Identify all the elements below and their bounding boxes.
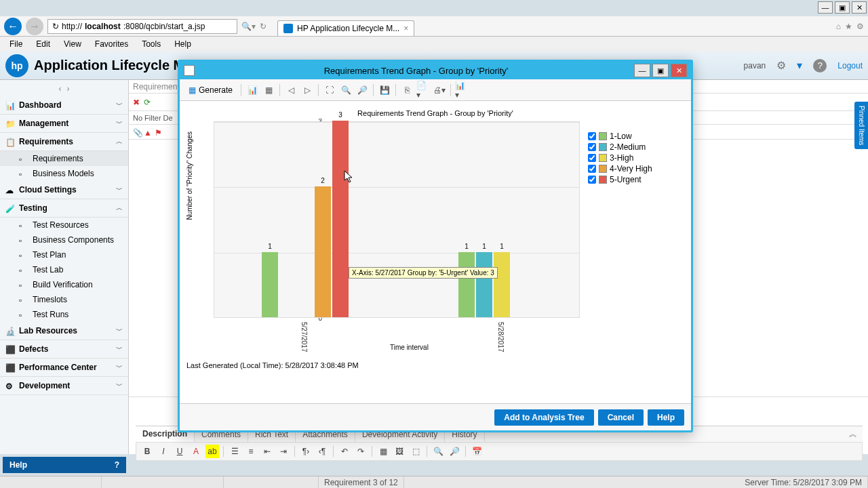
insert-button[interactable]: ⬚ (409, 445, 422, 458)
number-list-button[interactable]: ≡ (244, 445, 258, 458)
help-icon[interactable]: ? (813, 59, 827, 73)
nav-item-business-components[interactable]: ▫Business Components (0, 232, 128, 247)
chart-type-button[interactable]: 📊▾ (454, 83, 469, 98)
menu-view[interactable]: View (58, 38, 87, 50)
bold-button[interactable]: B (140, 445, 154, 458)
nav-item-business-models[interactable]: ▫Business Models (0, 166, 128, 181)
browser-back-button[interactable]: ← (4, 18, 22, 35)
bar-medium-1[interactable]: 1 (476, 252, 492, 317)
highlight-button[interactable]: ab (205, 445, 219, 458)
italic-button[interactable]: I (157, 445, 170, 458)
nav-back-button[interactable]: ◁ (283, 83, 298, 98)
refresh-icon[interactable]: ⟳ (144, 98, 151, 107)
save-button[interactable]: 💾 (377, 83, 392, 98)
redo-button[interactable]: ↷ (354, 445, 368, 458)
zoom-out-button[interactable]: 🔍 (431, 445, 445, 458)
alert-icon[interactable]: ▲ (144, 128, 152, 136)
nav-item-test-runs[interactable]: ▫Test Runs (0, 307, 128, 322)
delete-icon[interactable]: ✖ (133, 98, 140, 107)
zoom-in-button[interactable]: 🔎 (448, 445, 461, 458)
nav-item-test-lab[interactable]: ▫Test Lab (0, 262, 128, 277)
legend-checkbox[interactable] (588, 176, 596, 184)
browser-tab[interactable]: HP Application Lifecycle M... × (277, 20, 414, 36)
tab-close-icon[interactable]: × (403, 24, 408, 33)
nav-forward-button[interactable]: ▷ (300, 83, 315, 98)
bar-urgent-0[interactable]: 3 (332, 121, 349, 317)
nav-group-cloud-settings[interactable]: ☁Cloud Settings﹀ (0, 181, 128, 199)
generate-button[interactable]: ▦Generate (184, 83, 237, 97)
search-icon[interactable]: 🔍▾ (241, 22, 256, 31)
nav-item-test-resources[interactable]: ▫Test Resources (0, 218, 128, 232)
nav-item-test-plan[interactable]: ▫Test Plan (0, 247, 128, 262)
favorites-icon[interactable]: ★ (845, 22, 852, 31)
nav-group-performance-center[interactable]: ⬛Performance Center﹀ (0, 359, 128, 377)
menu-file[interactable]: File (4, 38, 28, 50)
nav-group-testing[interactable]: 🧪Testing︿ (0, 199, 128, 218)
date-button[interactable]: 📅 (470, 445, 484, 458)
home-icon[interactable]: ⌂ (836, 22, 841, 31)
bar-low-1[interactable]: 1 (458, 252, 475, 317)
menu-tools[interactable]: Tools (136, 38, 166, 50)
browser-forward-button[interactable]: → (26, 18, 43, 35)
bar-veryhigh-0[interactable]: 2 (315, 186, 331, 317)
rtl-button[interactable]: ‹¶ (315, 445, 329, 458)
chevron-down-icon[interactable]: ▾ (797, 59, 802, 72)
nav-group-requirements[interactable]: 📋Requirements︿ (0, 133, 128, 151)
bar-high-1[interactable]: 1 (494, 252, 510, 317)
chart-view-button[interactable]: 📊 (245, 83, 260, 98)
window-close-button[interactable]: ✕ (852, 1, 867, 14)
grid-view-button[interactable]: ▦ (261, 83, 276, 98)
nav-item-timeslots[interactable]: ▫Timeslots (0, 292, 128, 307)
address-bar[interactable]: ↻ http://localhost:8080/qcbin/start_a.js… (47, 19, 237, 34)
legend-item-2-medium[interactable]: 2-Medium (588, 142, 676, 152)
logout-link[interactable]: Logout (837, 61, 863, 70)
print-button[interactable]: 🖨▾ (432, 83, 447, 98)
legend-item-1-low[interactable]: 1-Low (588, 131, 676, 142)
font-color-button[interactable]: A (189, 445, 203, 458)
undo-button[interactable]: ↶ (338, 445, 351, 458)
legend-item-4-very-high[interactable]: 4-Very High (588, 163, 676, 174)
dialog-maximize-button[interactable]: ▣ (652, 64, 669, 77)
attachment-icon[interactable]: 📎 (133, 128, 141, 136)
nav-prev-icon[interactable]: ‹ (59, 84, 62, 94)
legend-item-5-urgent[interactable]: 5-Urgent (588, 174, 676, 185)
outdent-button[interactable]: ⇤ (260, 445, 274, 458)
table-button[interactable]: ▦ (376, 445, 390, 458)
flag-icon[interactable]: ⚑ (155, 128, 163, 136)
pinned-items-tab[interactable]: Pinned Items (854, 102, 868, 149)
legend-item-3-high[interactable]: 3-High (588, 152, 676, 163)
reload-button[interactable]: ↻ (260, 22, 267, 31)
export-button[interactable]: ⎘ (399, 83, 414, 98)
legend-checkbox[interactable] (588, 132, 596, 140)
cancel-button[interactable]: Cancel (598, 409, 644, 426)
window-minimize-button[interactable]: — (818, 1, 833, 14)
dialog-minimize-button[interactable]: — (634, 64, 650, 77)
zoom-in-chart-button[interactable]: 🔍 (338, 83, 353, 98)
help-panel-button[interactable]: Help ? (3, 457, 126, 473)
indent-button[interactable]: ⇥ (277, 445, 290, 458)
underline-button[interactable]: U (173, 445, 186, 458)
nav-group-development[interactable]: ⚙Development﹀ (0, 377, 128, 395)
dialog-close-button[interactable]: ✕ (671, 64, 687, 77)
fullscreen-button[interactable]: ⛶ (322, 83, 337, 98)
image-button[interactable]: 🖼 (393, 445, 406, 458)
nav-item-requirements[interactable]: ▫Requirements (0, 151, 128, 166)
settings-icon[interactable]: ⚙ (856, 22, 864, 31)
legend-checkbox[interactable] (588, 154, 596, 162)
ltr-button[interactable]: ¶› (299, 445, 313, 458)
menu-edit[interactable]: Edit (31, 38, 56, 50)
copy-button[interactable]: 📄▾ (416, 83, 431, 98)
zoom-out-chart-button[interactable]: 🔎 (355, 83, 370, 98)
menu-favorites[interactable]: Favorites (90, 38, 134, 50)
legend-checkbox[interactable] (588, 143, 596, 151)
gear-icon[interactable]: ⚙ (776, 59, 786, 72)
legend-checkbox[interactable] (588, 165, 596, 173)
add-to-analysis-button[interactable]: Add to Analysis Tree (494, 409, 593, 426)
nav-group-lab-resources[interactable]: 🔬Lab Resources﹀ (0, 322, 128, 340)
nav-next-icon[interactable]: › (66, 84, 69, 94)
help-button[interactable]: Help (648, 409, 684, 426)
bullet-list-button[interactable]: ☰ (228, 445, 241, 458)
nav-item-build-verification[interactable]: ▫Build Verification (0, 277, 128, 292)
window-maximize-button[interactable]: ▣ (835, 1, 850, 14)
collapse-panel-icon[interactable]: ︽ (844, 428, 863, 440)
